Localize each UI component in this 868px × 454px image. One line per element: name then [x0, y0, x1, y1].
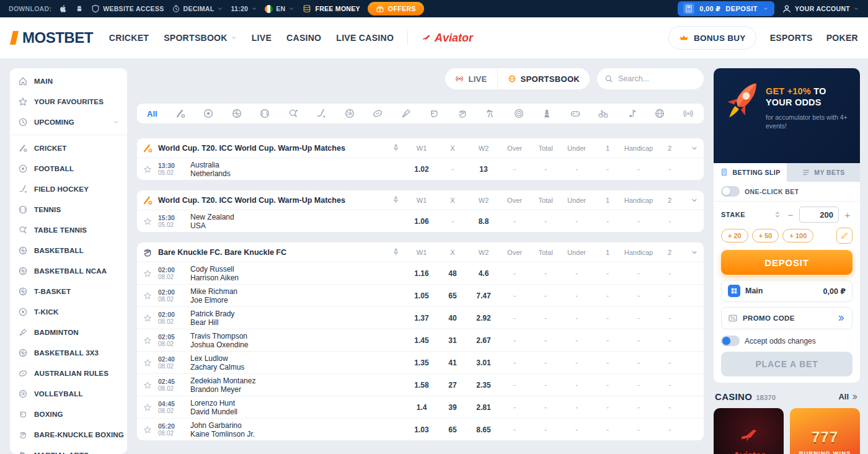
favorite-star-icon[interactable] — [143, 217, 152, 226]
nav-item-casino[interactable]: CASINO — [286, 33, 321, 43]
favorite-star-icon[interactable] — [143, 165, 152, 174]
globe-filter-icon[interactable] — [654, 108, 665, 119]
sidebar-item-field-hockey[interactable]: FIELD HOCKEY — [10, 179, 127, 199]
collapse-chevron-icon[interactable] — [691, 249, 698, 256]
promo-code-row[interactable]: PROMO CODE — [721, 307, 852, 329]
odds-cell[interactable]: 1.45 — [406, 336, 437, 345]
sidebar-item-table-tennis[interactable]: TABLE TENNIS — [10, 220, 127, 240]
tab-betting-slip[interactable]: BETTING SLIP — [714, 163, 787, 182]
nav-item-esports[interactable]: ESPORTS — [770, 33, 813, 43]
fist-filter-icon[interactable] — [457, 108, 468, 119]
pin-icon[interactable] — [392, 196, 400, 204]
odds-cell[interactable]: 1.02 — [406, 165, 437, 174]
odds-cell[interactable]: 27 — [437, 381, 468, 389]
tennis-filter-icon[interactable] — [259, 108, 270, 119]
tab-my-bets[interactable]: MY BETS — [787, 163, 860, 182]
sidebar-item-t-basket[interactable]: T-BASKET — [10, 281, 127, 301]
odds-cell[interactable]: 4.6 — [468, 269, 499, 278]
deposit-button[interactable]: DEPOSIT — [725, 5, 758, 12]
league-header[interactable]: World Cup. T20. ICC World Cup. Warm-Up M… — [137, 138, 704, 158]
odds-cell[interactable]: 1.37 — [406, 314, 437, 323]
accept-odds-toggle[interactable] — [721, 336, 740, 346]
league-header[interactable]: World Cup. T20. ICC World Cup. Warm-Up M… — [137, 190, 704, 210]
sidebar-item-australian-rules[interactable]: AUSTRALIAN RULES — [10, 363, 127, 383]
odds-cell[interactable]: 40 — [437, 314, 468, 323]
odds-cell[interactable]: 41 — [437, 358, 468, 367]
sidebar-item-upcoming[interactable]: UPCOMING — [10, 112, 127, 132]
nav-item-poker[interactable]: POKER — [826, 33, 858, 43]
sidebar-item-main[interactable]: MAIN — [10, 71, 127, 91]
league-header[interactable]: Bare Knuckle FC. Bare Knuckle FCW1XW2Ove… — [137, 243, 704, 262]
sidebar-item-bare-knuckle-boxing[interactable]: BARE-KNUCKLE BOXING — [10, 424, 127, 445]
odds-cell[interactable]: 65 — [437, 292, 468, 300]
nav-item-live-casino[interactable]: LIVE CASINO — [336, 33, 394, 43]
stake-spinner-icon[interactable] — [773, 210, 782, 219]
martial-filter-icon[interactable] — [485, 108, 496, 119]
sidebar-item-tennis[interactable]: TENNIS — [10, 199, 127, 220]
calculator-icon[interactable] — [683, 3, 694, 14]
favorite-star-icon[interactable] — [143, 336, 152, 345]
stake-chip-1[interactable]: + 20 — [721, 229, 748, 243]
odds-cell[interactable]: 13 — [468, 165, 499, 174]
casino-all-link[interactable]: All — [838, 392, 859, 401]
match-teams[interactable]: AustraliaNetherlands — [190, 161, 406, 178]
odds-cell[interactable]: 1.03 — [406, 425, 437, 434]
odds-cell[interactable]: 2.81 — [468, 403, 499, 412]
gamepad-filter-icon[interactable] — [570, 108, 581, 119]
cricket-filter-icon[interactable] — [175, 108, 186, 119]
match-teams[interactable]: Travis ThompsonJoshua Oxendine — [190, 332, 406, 349]
sidebar-item-your-favourites[interactable]: YOUR FAVOURITES — [10, 91, 127, 112]
pin-icon[interactable] — [392, 144, 400, 152]
stake-decrease-button[interactable]: − — [786, 210, 795, 220]
stake-increase-button[interactable]: + — [843, 210, 852, 220]
match-row[interactable]: 13:3005.02AustraliaNetherlands1.02-13---… — [137, 158, 704, 180]
sidebar-item-martial-arts[interactable]: MARTIAL ARTS — [10, 445, 127, 454]
collapse-chevron-icon[interactable] — [691, 197, 698, 204]
odds-cell[interactable]: 1.58 — [406, 381, 437, 389]
favorite-star-icon[interactable] — [143, 269, 152, 278]
odds-cell[interactable]: 1.35 — [406, 358, 437, 367]
favorite-star-icon[interactable] — [143, 292, 152, 300]
your-account-button[interactable]: YOUR ACCOUNT — [782, 4, 859, 14]
odds-format-select[interactable]: Decimal — [172, 4, 224, 13]
sidebar-item-basketball[interactable]: BASKETBALL — [10, 240, 127, 260]
odds-cell[interactable]: 2.92 — [468, 314, 499, 323]
cycling-filter-icon[interactable] — [598, 108, 609, 119]
aviator-logo[interactable]: Aviator — [422, 32, 473, 45]
golf-filter-icon[interactable] — [626, 108, 637, 119]
tabletennis-filter-icon[interactable] — [288, 108, 299, 119]
casino-game-aviator[interactable]: Aviator — [714, 408, 784, 454]
odds-cell[interactable]: 8.65 — [468, 425, 499, 434]
time-select[interactable]: 11:20 — [231, 5, 257, 12]
android-icon[interactable] — [75, 4, 84, 13]
filter-all-button[interactable]: All — [147, 109, 157, 118]
stake-chip-2[interactable]: + 50 — [752, 229, 779, 243]
chess-filter-icon[interactable] — [541, 108, 552, 119]
hockey-filter-icon[interactable] — [316, 108, 327, 119]
football-filter-icon[interactable] — [203, 108, 214, 119]
main-balance-row[interactable]: Main 0,00 ₽ — [721, 280, 852, 302]
match-row[interactable]: 02:0508.02Travis ThompsonJoshua Oxendine… — [137, 329, 704, 351]
stake-chip-3[interactable]: + 100 — [782, 229, 813, 243]
odds-cell[interactable]: 1.16 — [406, 269, 437, 278]
signal-filter-icon[interactable] — [683, 108, 694, 119]
match-teams[interactable]: Lex LudlowZachary Calmus — [190, 354, 406, 372]
casino-game-burning-wins[interactable]: 777 Burning Wins — [790, 408, 860, 454]
match-teams[interactable]: John GarbarinoKaine Tomlinson Jr. — [190, 421, 406, 438]
promo-expand-icon[interactable] — [837, 314, 846, 323]
match-row[interactable]: 04:4508.02Lorenzo HuntDavid Mundell1.439… — [137, 396, 704, 418]
favorite-star-icon[interactable] — [143, 314, 152, 323]
match-row[interactable]: 02:4508.02Zedekiah MontanezBrandon Meyer… — [137, 373, 704, 396]
odds-cell[interactable]: 2.35 — [468, 381, 499, 389]
place-bet-button[interactable]: PLACE A BET — [721, 352, 852, 376]
collapse-chevron-icon[interactable] — [691, 145, 698, 152]
match-row[interactable]: 02:0008.02Patrick BradyBear Hill1.37402.… — [137, 306, 704, 329]
favorite-star-icon[interactable] — [143, 425, 152, 434]
match-teams[interactable]: Zedekiah MontanezBrandon Meyer — [190, 376, 406, 394]
nav-item-live[interactable]: LIVE — [252, 33, 272, 43]
favorite-star-icon[interactable] — [143, 358, 152, 367]
match-row[interactable]: 02:0008.02Cody RussellHarrison Aiken1.16… — [137, 262, 704, 284]
free-money-button[interactable]: FREE MONEY — [302, 4, 360, 14]
pin-icon[interactable] — [392, 248, 400, 256]
sidebar-item-basketball-ncaa[interactable]: BASKETBALL NCAA — [10, 260, 127, 281]
